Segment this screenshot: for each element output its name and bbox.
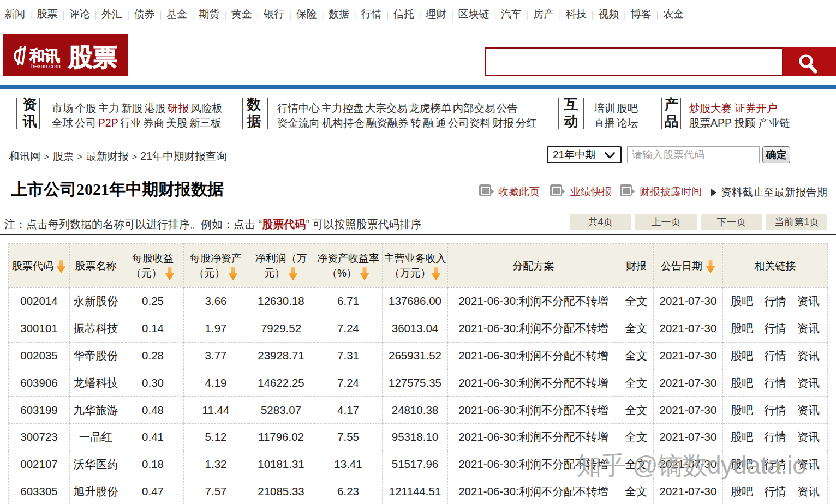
svg-text:hexun.com: hexun.com: [31, 63, 61, 69]
svg-text:和讯: 和讯: [29, 47, 60, 64]
svg-text:股票: 股票: [68, 43, 117, 71]
